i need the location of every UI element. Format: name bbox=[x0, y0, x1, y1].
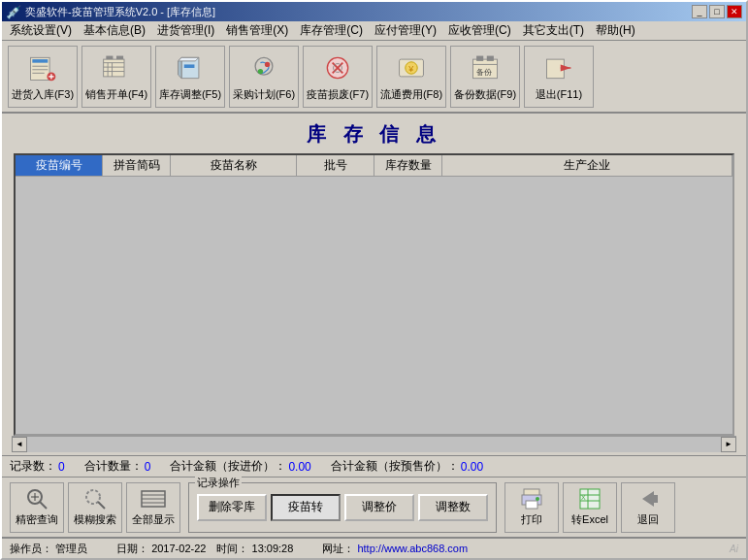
website-label: 网址： bbox=[322, 543, 354, 554]
menu-purchase-mgmt[interactable]: 进货管理(I) bbox=[151, 20, 220, 41]
title-bar: 💉 奕盛软件-疫苗管理系统V2.0 - [库存信息] _ □ ✕ bbox=[2, 2, 746, 21]
record-ops-group: 记录操作 删除零库 疫苗转 调整价 调整数 bbox=[188, 482, 497, 533]
svg-text:备份: 备份 bbox=[476, 68, 492, 77]
table-container: 疫苗编号 拼音简码 疫苗名称 批号 库存数量 生产企业 bbox=[14, 153, 734, 436]
content-area: 库 存 信 息 疫苗编号 拼音简码 疫苗名称 批号 库存数量 生产企业 ◄ ► bbox=[2, 114, 746, 558]
status-bar: 记录数： 0 合计数量： 0 合计金额（按进价）： 0.00 合计金额（按预售价… bbox=[2, 455, 746, 477]
time-value: 13:09:28 bbox=[252, 543, 294, 554]
menu-bar: 系统设置(V) 基本信息(B) 进货管理(I) 销售管理(X) 库存管理(C) … bbox=[2, 21, 746, 41]
btn-delete-zero[interactable]: 删除零库 bbox=[197, 494, 267, 521]
toolbar-fee[interactable]: ¥ 流通费用(F8) bbox=[376, 46, 446, 108]
col-pinyin: 拼音简码 bbox=[103, 155, 171, 176]
fee-icon: ¥ bbox=[394, 50, 429, 85]
col-vaccine-id: 疫苗编号 bbox=[16, 155, 103, 176]
website-info: 网址： http://www.abc868.com bbox=[322, 542, 468, 556]
excel-icon: X bbox=[576, 487, 603, 511]
btn-precise-search[interactable]: 精密查询 bbox=[10, 482, 64, 533]
btn-export-excel[interactable]: X 转Excel bbox=[563, 482, 617, 533]
vaccine-waste-icon bbox=[320, 50, 355, 85]
col-batch: 批号 bbox=[297, 155, 374, 176]
toolbar-exit[interactable]: 退出(F11) bbox=[524, 46, 594, 108]
svg-point-17 bbox=[265, 62, 270, 67]
date-label: 日期： bbox=[116, 543, 148, 554]
bottom-toolbar: 精密查询 模糊搜索 全部显示 记录操作 bbox=[2, 477, 746, 537]
total-sale-label: 合计金额（按预售价）： bbox=[331, 458, 459, 475]
toolbar-inventory[interactable]: 库存调整(F5) bbox=[155, 46, 225, 108]
svg-text:¥: ¥ bbox=[407, 64, 413, 74]
svg-rect-27 bbox=[487, 56, 494, 61]
menu-inventory-mgmt[interactable]: 库存管理(C) bbox=[294, 20, 369, 41]
menu-sales-mgmt[interactable]: 销售管理(X) bbox=[220, 20, 294, 41]
svg-rect-14 bbox=[184, 64, 195, 68]
record-count-item: 记录数： 0 bbox=[10, 458, 65, 475]
toolbar-fee-label: 流通费用(F8) bbox=[380, 87, 442, 102]
website-value: http://www.abc868.com bbox=[357, 543, 468, 554]
toolbar-vaccine-waste[interactable]: 疫苗损废(F7) bbox=[303, 46, 373, 108]
record-count-label: 记录数： bbox=[10, 458, 56, 475]
table-header: 疫苗编号 拼音简码 疫苗名称 批号 库存数量 生产企业 bbox=[16, 155, 732, 177]
close-button[interactable]: ✕ bbox=[727, 5, 742, 18]
precise-search-label: 精密查询 bbox=[16, 512, 58, 527]
purchase-plan-icon bbox=[246, 50, 281, 85]
main-area: 库 存 信 息 疫苗编号 拼音简码 疫苗名称 批号 库存数量 生产企业 ◄ ► bbox=[2, 114, 746, 455]
date-info: 日期： 2017-02-22 时间： 13:09:28 bbox=[116, 542, 293, 556]
btn-adjust-qty[interactable]: 调整数 bbox=[418, 494, 488, 521]
btn-back[interactable]: 退回 bbox=[621, 482, 675, 533]
svg-rect-44 bbox=[526, 501, 537, 509]
table-body[interactable] bbox=[16, 177, 732, 434]
show-all-icon bbox=[140, 487, 167, 511]
toolbar-purchase-plan[interactable]: 采购计划(F6) bbox=[229, 46, 299, 108]
svg-rect-26 bbox=[476, 56, 483, 61]
toolbar-sales[interactable]: 销售开单(F4) bbox=[81, 46, 151, 108]
btn-vaccine-transfer[interactable]: 疫苗转 bbox=[271, 494, 341, 521]
toolbar-purchase-label: 进货入库(F3) bbox=[12, 87, 74, 102]
backup-icon: 备份 bbox=[468, 50, 503, 85]
fuzzy-search-label: 模糊搜索 bbox=[74, 512, 116, 527]
menu-receivable-mgmt[interactable]: 应收管理(C) bbox=[442, 20, 517, 41]
sales-icon bbox=[99, 50, 134, 85]
menu-system-settings[interactable]: 系统设置(V) bbox=[4, 20, 78, 41]
record-count-value: 0 bbox=[58, 460, 65, 474]
total-qty-item: 合计数量： 0 bbox=[84, 458, 151, 475]
btn-adjust-price[interactable]: 调整价 bbox=[344, 494, 414, 521]
col-vaccine-name: 疫苗名称 bbox=[171, 155, 297, 176]
watermark-text: Ai bbox=[730, 544, 738, 554]
svg-text:X: X bbox=[581, 494, 586, 501]
btn-show-all[interactable]: 全部显示 bbox=[126, 482, 180, 533]
scroll-track[interactable] bbox=[27, 437, 721, 452]
total-purchase-label: 合计金额（按进价）： bbox=[170, 458, 286, 475]
record-ops-label: 记录操作 bbox=[195, 476, 242, 490]
toolbar-purchase[interactable]: 进货入库(F3) bbox=[8, 46, 78, 108]
minimize-button[interactable]: _ bbox=[692, 5, 707, 18]
btn-fuzzy-search[interactable]: 模糊搜索 bbox=[68, 482, 122, 533]
precise-search-icon bbox=[23, 487, 50, 511]
toolbar-inventory-label: 库存调整(F5) bbox=[159, 87, 221, 102]
svg-point-16 bbox=[258, 69, 263, 74]
svg-rect-51 bbox=[652, 495, 658, 503]
scroll-left-arrow[interactable]: ◄ bbox=[12, 437, 27, 452]
horizontal-scrollbar[interactable]: ◄ ► bbox=[12, 436, 736, 451]
app-icon: 💉 bbox=[6, 5, 21, 19]
time-label: 时间： bbox=[216, 543, 248, 554]
fuzzy-search-icon bbox=[81, 487, 109, 511]
toolbar-sales-label: 销售开单(F4) bbox=[85, 87, 147, 102]
toolbar-vaccine-waste-label: 疫苗损废(F7) bbox=[307, 87, 369, 102]
export-label: 转Excel bbox=[571, 512, 608, 527]
menu-payable-mgmt[interactable]: 应付管理(Y) bbox=[369, 20, 442, 41]
back-icon bbox=[634, 487, 662, 511]
svg-point-36 bbox=[86, 490, 100, 504]
total-sale-item: 合计金额（按预售价）： 0.00 bbox=[331, 458, 483, 475]
scroll-right-arrow[interactable]: ► bbox=[721, 437, 736, 452]
toolbar-purchase-plan-label: 采购计划(F6) bbox=[233, 87, 295, 102]
menu-basic-info[interactable]: 基本信息(B) bbox=[78, 20, 151, 41]
maximize-button[interactable]: □ bbox=[709, 5, 725, 18]
main-window: 💉 奕盛软件-疫苗管理系统V2.0 - [库存信息] _ □ ✕ 系统设置(V)… bbox=[0, 0, 748, 560]
total-sale-value: 0.00 bbox=[461, 460, 483, 474]
btn-print[interactable]: 打印 bbox=[504, 482, 559, 533]
svg-point-45 bbox=[536, 497, 539, 501]
toolbar-backup[interactable]: 备份 备份数据(F9) bbox=[450, 46, 520, 108]
back-label: 退回 bbox=[637, 512, 659, 527]
menu-help[interactable]: 帮助(H) bbox=[590, 20, 641, 41]
toolbar-backup-label: 备份数据(F9) bbox=[454, 87, 516, 102]
menu-other-expense[interactable]: 其它支出(T) bbox=[517, 20, 590, 41]
